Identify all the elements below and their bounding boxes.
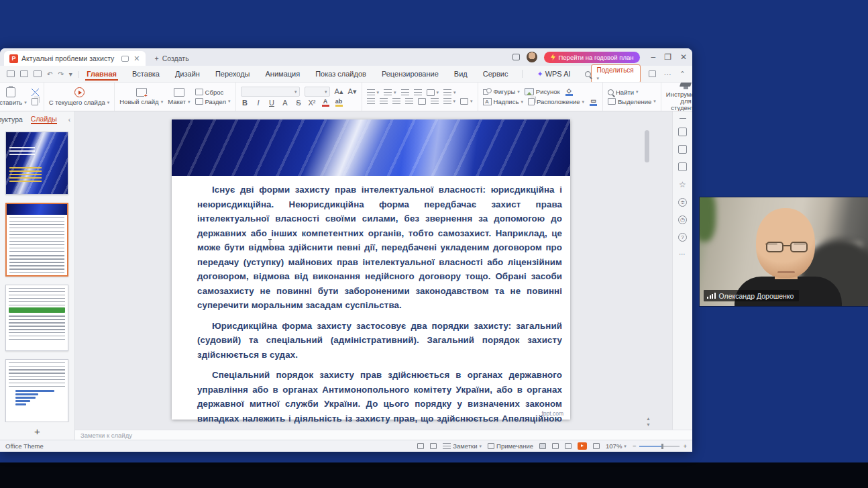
- zoom-in-icon[interactable]: +: [683, 442, 687, 450]
- window-mode-icon[interactable]: [512, 54, 520, 60]
- strikethrough-button[interactable]: S: [294, 99, 303, 107]
- account-avatar[interactable]: [527, 52, 537, 62]
- tab-close-icon[interactable]: ✕: [133, 54, 140, 63]
- decrease-font-icon[interactable]: A▾: [348, 87, 357, 96]
- quick-tools-icon[interactable]: [678, 128, 687, 136]
- reset-button[interactable]: Сброс: [195, 89, 231, 96]
- outline-tab[interactable]: Структура: [0, 115, 23, 124]
- zoom-level-button[interactable]: 107%▾: [606, 442, 627, 450]
- picture-button[interactable]: Рисунок: [525, 88, 560, 95]
- reading-view-button[interactable]: [565, 443, 572, 449]
- slides-tab[interactable]: Слайды: [31, 115, 57, 124]
- help-icon[interactable]: ?: [678, 233, 687, 242]
- vertical-align-button[interactable]: ▾: [460, 98, 473, 105]
- scroll-up-icon[interactable]: ▲: [646, 416, 651, 421]
- comment-button[interactable]: Примечание: [488, 442, 533, 450]
- table-button[interactable]: ▾: [427, 89, 439, 96]
- shape-outline-button[interactable]: ▭: [589, 98, 598, 106]
- minimize-button[interactable]: –: [651, 52, 655, 62]
- tab-design[interactable]: Дизайн: [174, 67, 201, 81]
- layout-button[interactable]: Макет▾: [168, 88, 190, 105]
- slide-banner-image[interactable]: [172, 119, 570, 176]
- tab-transitions[interactable]: Переходы: [214, 67, 252, 81]
- decrease-indent-icon[interactable]: [401, 89, 409, 95]
- slide-paragraph-1[interactable]: Існує дві форми захисту прав інтелектуал…: [197, 183, 562, 313]
- slide-thumbnail-1[interactable]: [5, 132, 68, 195]
- align-right-icon[interactable]: [392, 98, 400, 104]
- share-button[interactable]: Поделиться ▾: [591, 64, 641, 83]
- layers-icon[interactable]: [678, 162, 687, 171]
- collapse-ribbon-icon[interactable]: ⌃: [680, 70, 686, 79]
- font-color-button[interactable]: A: [321, 99, 330, 107]
- text-effects-button[interactable]: A: [281, 99, 290, 107]
- highlight-color-button[interactable]: ab: [335, 99, 343, 107]
- redo-icon[interactable]: ↷: [58, 70, 63, 78]
- text-direction-button[interactable]: ▾: [443, 98, 456, 104]
- play-from-current-slide-button[interactable]: С текущего слайда▾: [49, 87, 109, 106]
- increase-font-icon[interactable]: A▴: [335, 87, 343, 96]
- tab-wps-ai[interactable]: ✦WPS AI: [535, 67, 572, 81]
- quick-access-more-icon[interactable]: ▾: [69, 70, 72, 78]
- tab-slideshow[interactable]: Показ слайдов: [314, 67, 368, 81]
- save-icon[interactable]: [7, 70, 15, 77]
- cut-icon[interactable]: [32, 89, 39, 96]
- bold-button[interactable]: B: [241, 99, 250, 107]
- favorites-star-icon[interactable]: ☆: [679, 180, 686, 189]
- arrange-button[interactable]: Расположение▾: [528, 98, 584, 105]
- print-icon[interactable]: [20, 70, 28, 77]
- slide-thumbnail-3[interactable]: [5, 285, 68, 350]
- slide-paragraph-3[interactable]: Спеціальний порядок захисту прав здійсню…: [197, 368, 562, 430]
- status-tool-icon-1[interactable]: [417, 443, 424, 449]
- line-spacing-button[interactable]: ▾: [443, 89, 456, 95]
- add-slide-button[interactable]: +: [0, 422, 74, 440]
- notes-toggle-button[interactable]: Заметки▾: [443, 442, 482, 450]
- bullets-button[interactable]: ▾: [367, 89, 380, 95]
- underline-button[interactable]: U: [268, 99, 276, 107]
- increase-indent-icon[interactable]: [414, 89, 422, 95]
- shapes-button[interactable]: Фигуры▾: [483, 88, 520, 95]
- slide-thumbnail-4[interactable]: [5, 359, 68, 422]
- slide-canvas[interactable]: Існує дві форми захисту прав інтелектуал…: [172, 119, 570, 420]
- vertical-scrollbar-thumb[interactable]: [645, 130, 649, 162]
- slide-paragraph-2[interactable]: Юрисдикційна форма захисту застосовує дв…: [197, 319, 562, 362]
- tab-view[interactable]: Вид: [453, 67, 469, 81]
- new-slide-button[interactable]: + Новый слайд▾: [119, 88, 163, 105]
- slide-sorter-view-button[interactable]: [552, 443, 559, 449]
- rail-more-icon[interactable]: ⋯: [679, 250, 686, 258]
- fit-slide-button[interactable]: [593, 443, 600, 449]
- slideshow-button[interactable]: [578, 442, 587, 450]
- restore-button[interactable]: ❐: [664, 52, 671, 62]
- notes-bar[interactable]: Заметки к слайду: [75, 430, 692, 440]
- align-center-icon[interactable]: [380, 98, 388, 104]
- print-preview-icon[interactable]: [34, 70, 42, 77]
- columns-icon[interactable]: [418, 98, 426, 105]
- close-button[interactable]: ✕: [680, 52, 687, 62]
- normal-view-button[interactable]: [539, 443, 546, 449]
- textbox-button[interactable]: AНадпись▾: [483, 98, 523, 105]
- tab-insert[interactable]: Вставка: [131, 67, 161, 81]
- shape-fill-button[interactable]: ◇: [565, 88, 574, 96]
- align-left-icon[interactable]: [367, 98, 375, 104]
- collapse-rail-icon[interactable]: [680, 118, 686, 119]
- paste-button[interactable]: Вставить▾: [0, 87, 27, 106]
- webcam-video-tile[interactable]: Олександр Дорошенко: [700, 197, 868, 306]
- find-button[interactable]: Найти▾: [608, 89, 656, 96]
- copy-icon[interactable]: [32, 98, 38, 105]
- tab-review[interactable]: Рецензирование: [380, 67, 440, 81]
- numbering-button[interactable]: ▾: [384, 89, 396, 95]
- section-button[interactable]: Раздел▾: [195, 98, 231, 105]
- font-name-combobox[interactable]: ▾: [241, 87, 300, 97]
- undo-icon[interactable]: ↶: [47, 70, 52, 78]
- history-clock-icon[interactable]: ◷: [678, 215, 687, 224]
- slide-editor-canvas[interactable]: Існує дві форми захисту прав інтелектуал…: [75, 111, 672, 430]
- paragraph-spacing-icon[interactable]: [431, 98, 439, 104]
- tab-home[interactable]: Главная: [85, 67, 118, 81]
- more-options-icon[interactable]: ⋯: [664, 70, 671, 79]
- document-tab[interactable]: P Актуальні проблеми захисту ✕: [4, 51, 146, 66]
- zoom-slider[interactable]: − +: [633, 442, 687, 450]
- italic-button[interactable]: I: [254, 99, 263, 107]
- scroll-down-icon[interactable]: ▼: [646, 422, 651, 427]
- slide-text-block[interactable]: Існує дві форми захисту прав інтелектуал…: [172, 176, 570, 430]
- feedback-icon[interactable]: [649, 70, 656, 77]
- new-tab-button[interactable]: + Создать: [155, 51, 189, 66]
